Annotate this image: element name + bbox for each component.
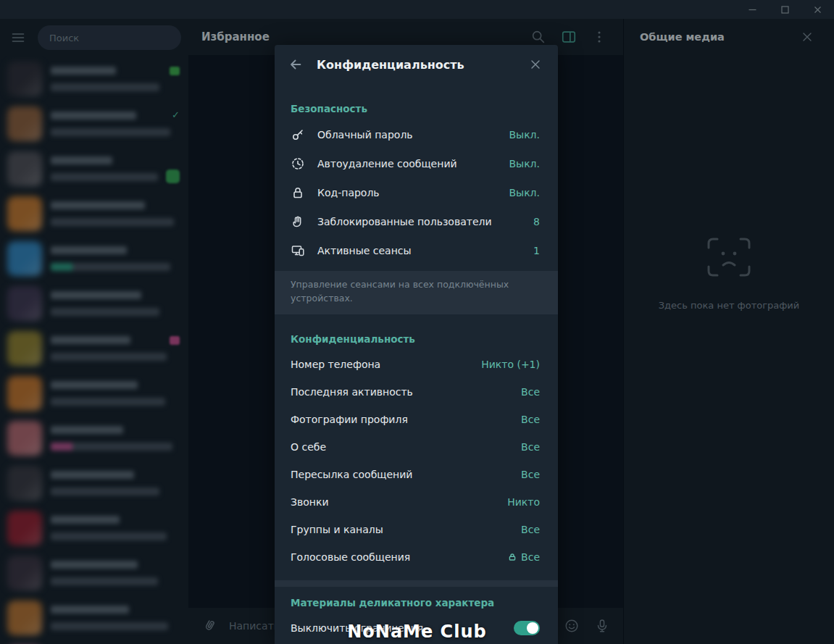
setting-row[interactable]: Код-парольВыкл. bbox=[275, 178, 558, 207]
dialog-header: Конфиденциальность bbox=[275, 45, 558, 84]
setting-label: Облачный пароль bbox=[317, 129, 509, 141]
setting-row[interactable]: ЗвонкиНикто bbox=[275, 488, 558, 516]
setting-value: Выкл. bbox=[509, 187, 540, 198]
setting-label: Фотографии профиля bbox=[291, 414, 521, 425]
setting-value-text: Все bbox=[521, 414, 540, 425]
setting-value: Никто bbox=[507, 496, 540, 508]
setting-label: Код-пароль bbox=[317, 187, 509, 198]
setting-value-text: Все bbox=[521, 524, 540, 535]
section-footer: Управление сеансами на всех подключённых… bbox=[275, 271, 558, 314]
setting-row[interactable]: Номер телефонаНикто (+1) bbox=[275, 351, 558, 378]
section-divider bbox=[275, 580, 558, 587]
toggle-knob bbox=[527, 622, 538, 634]
hand-icon bbox=[291, 214, 305, 229]
setting-value: Все bbox=[521, 469, 540, 480]
lock-icon bbox=[291, 185, 305, 200]
dialog-close-icon[interactable] bbox=[525, 54, 546, 75]
setting-value: 1 bbox=[533, 245, 540, 256]
setting-value: Выкл. bbox=[509, 129, 540, 141]
key-icon bbox=[291, 127, 305, 142]
setting-label: Заблокированные пользователи bbox=[317, 216, 533, 227]
setting-value: Все bbox=[521, 524, 540, 535]
privacy-dialog: Конфиденциальность БезопасностьОблачный … bbox=[275, 45, 558, 644]
section-heading: Конфиденциальность bbox=[275, 333, 558, 345]
setting-label: Звонки bbox=[291, 496, 507, 508]
setting-value-text: Все bbox=[521, 386, 540, 398]
setting-label: Номер телефона bbox=[291, 359, 481, 370]
setting-value-text: Все bbox=[521, 441, 540, 453]
dialog-title: Конфиденциальность bbox=[317, 58, 514, 72]
setting-value: Никто (+1) bbox=[481, 359, 540, 370]
setting-label: Автоудаление сообщений bbox=[317, 158, 509, 170]
setting-row[interactable]: Группы и каналыВсе bbox=[275, 516, 558, 543]
setting-row[interactable]: Голосовые сообщенияВсе bbox=[275, 543, 558, 571]
setting-row[interactable]: Облачный парольВыкл. bbox=[275, 120, 558, 149]
setting-value: 8 bbox=[533, 216, 540, 227]
setting-value-text: 1 bbox=[533, 245, 540, 256]
setting-value: Все bbox=[521, 386, 540, 398]
section-heading: Безопасность bbox=[275, 103, 558, 114]
setting-row[interactable]: О себеВсе bbox=[275, 433, 558, 461]
setting-label: О себе bbox=[291, 441, 521, 453]
setting-row[interactable]: Автоудаление сообщенийВыкл. bbox=[275, 149, 558, 178]
setting-value: Выкл. bbox=[509, 158, 540, 170]
setting-row[interactable]: Заблокированные пользователи8 bbox=[275, 207, 558, 236]
setting-label: Пересылка сообщений bbox=[291, 469, 521, 480]
setting-label: Голосовые сообщения bbox=[291, 551, 508, 563]
setting-label: Последняя активность bbox=[291, 386, 521, 398]
premium-lock-icon bbox=[508, 553, 517, 561]
setting-row[interactable]: Фотографии профиляВсе bbox=[275, 406, 558, 433]
setting-row[interactable]: Пересылка сообщенийВсе bbox=[275, 461, 558, 488]
back-icon[interactable] bbox=[285, 54, 307, 75]
timer-icon bbox=[291, 156, 305, 171]
setting-row[interactable]: Активные сеансы1 bbox=[275, 236, 558, 265]
setting-value-text: Все bbox=[521, 551, 540, 563]
setting-value-text: Выкл. bbox=[509, 158, 540, 170]
setting-value bbox=[514, 621, 540, 635]
setting-value-text: 8 bbox=[533, 216, 540, 227]
setting-value-text: Выкл. bbox=[509, 187, 540, 198]
setting-label: Активные сеансы bbox=[317, 245, 533, 256]
setting-value: Все bbox=[508, 551, 540, 563]
setting-label: Выключить ограничения bbox=[291, 622, 514, 634]
modal-sections: БезопасностьОблачный парольВыкл.Автоудал… bbox=[275, 103, 558, 642]
setting-row[interactable]: Выключить ограничения bbox=[275, 614, 558, 642]
toggle-switch[interactable] bbox=[514, 621, 540, 635]
setting-value-text: Выкл. bbox=[509, 129, 540, 141]
setting-value: Все bbox=[521, 441, 540, 453]
setting-row[interactable]: Последняя активностьВсе bbox=[275, 378, 558, 406]
devices-icon bbox=[291, 243, 305, 258]
setting-value: Все bbox=[521, 414, 540, 425]
setting-value-text: Все bbox=[521, 469, 540, 480]
setting-value-text: Никто bbox=[507, 496, 540, 508]
section-heading: Материалы деликатного характера bbox=[275, 597, 558, 609]
setting-label: Группы и каналы bbox=[291, 524, 521, 535]
setting-value-text: Никто (+1) bbox=[481, 359, 540, 370]
